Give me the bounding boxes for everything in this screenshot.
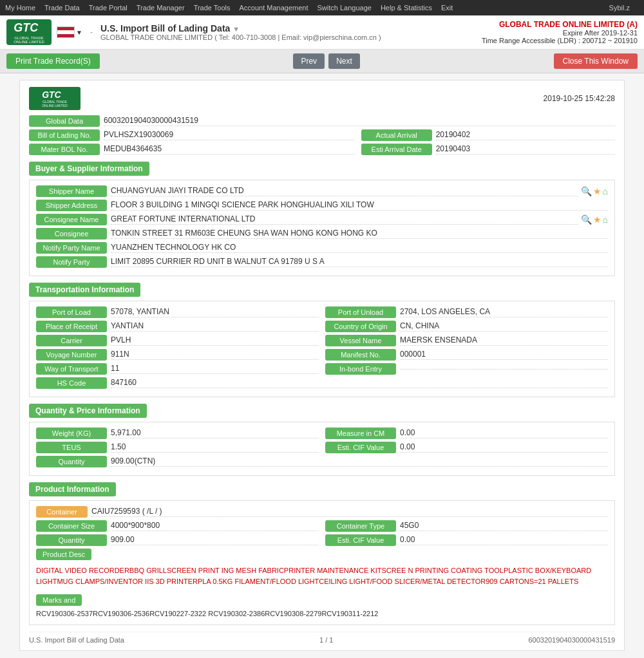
shipper-address-value: FLOOR 3 BUILDING 1 MINGQI SCIENCE PARK H… <box>111 200 608 211</box>
transportation-box: Port of Load 57078, YANTIAN Port of Unlo… <box>29 301 615 397</box>
vessel-name-value: MAERSK ENSENADA <box>400 335 608 346</box>
company-logo: GTC GLOBAL TRADEONLINE LIMITED <box>6 19 52 45</box>
port-unload-label: Port of Unload <box>325 306 396 318</box>
hs-code-row: HS Code 847160 <box>36 377 608 389</box>
record-logo-text: GTC <box>42 89 68 100</box>
way-transport-label: Way of Transport <box>36 363 107 375</box>
nav-switch-language[interactable]: Switch Language <box>317 4 372 12</box>
product-quantity-row: Quantity 909.00 Esti. CIF Value 0.00 <box>36 534 608 546</box>
product-desc-area: Product Desc DIGITAL VIDEO RECORDERBBQ G… <box>36 549 608 589</box>
record-card: GTC GLOBAL TRADEONLINE LIMITED 2019-10-2… <box>19 80 625 651</box>
in-bond-value <box>400 368 608 370</box>
title-dropdown-icon[interactable]: ▼ <box>232 25 240 33</box>
quantity-value: 909.00(CTN) <box>111 456 608 467</box>
product-info-section: Product Information Container CAIU725959… <box>29 482 615 625</box>
container-size-row: Container Size 4000*900*800 Container Ty… <box>36 520 608 532</box>
next-top-button[interactable]: Next <box>328 53 360 69</box>
esti-arrival-label: Esti Arrival Date <box>361 144 432 155</box>
consignee-star-icon[interactable]: ★ <box>593 214 601 225</box>
top-navigation: My Home Trade Data Trade Portal Trade Ma… <box>0 0 644 15</box>
place-receipt-row: Place of Receipt YANTIAN Country of Orig… <box>36 321 608 332</box>
esti-cif-value: 0.00 <box>400 442 608 453</box>
record-footer-page: 1 / 1 <box>319 636 333 644</box>
vessel-name-label: Vessel Name <box>325 335 396 346</box>
esti-cif-label: Esti. CIF Value <box>325 442 396 453</box>
teus-row: TEUS 1.50 Esti. CIF Value 0.00 <box>36 442 608 453</box>
prev-top-button[interactable]: Prev <box>293 53 325 69</box>
logo-area: GTC GLOBAL TRADEONLINE LIMITED ▼ - U.S. … <box>6 19 381 45</box>
carrier-row: Carrier PVLH Vessel Name MAERSK ENSENADA <box>36 335 608 346</box>
record-timestamp: 2019-10-25 15:42:28 <box>544 94 615 103</box>
bol-row: Bill of Lading No. PVLHSZX19030069 Actua… <box>29 129 615 141</box>
company-name: GLOBAL TRADE ONLINE LIMITED (A) <box>482 20 638 29</box>
notify-party-row: Notify Party LIMIT 20895 CURRIER RD UNIT… <box>36 256 608 268</box>
record-logo: GTC GLOBAL TRADEONLINE LIMITED <box>29 87 80 110</box>
way-transport-row: Way of Transport 11 In-bond Entry <box>36 363 608 375</box>
master-bol-label: Mater BOL No. <box>29 144 100 155</box>
master-bol-row: Mater BOL No. MEDUB4364635 Esti Arrival … <box>29 144 615 155</box>
container-size-value: 4000*900*800 <box>111 521 319 531</box>
page-subtitle: GLOBAL TRADE ONLINE LIMITED ( Tel: 400-7… <box>100 33 381 41</box>
bol-label: Bill of Lading No. <box>29 129 100 141</box>
quantity-row: Quantity 909.00(CTN) <box>36 456 608 467</box>
carrier-value: PVLH <box>111 335 319 346</box>
nav-trade-data[interactable]: Trade Data <box>44 4 80 12</box>
marks-label: Marks and <box>36 594 82 606</box>
close-top-button[interactable]: Close This Window <box>554 53 638 69</box>
product-desc-label: Product Desc <box>36 549 91 560</box>
nav-trade-portal[interactable]: Trade Portal <box>89 4 128 12</box>
country-origin-label: Country of Origin <box>325 321 396 332</box>
esti-arrival-value: 20190403 <box>436 144 615 155</box>
shipper-address-row: Shipper Address FLOOR 3 BUILDING 1 MINGQ… <box>36 200 608 211</box>
place-receipt-value: YANTIAN <box>111 321 319 332</box>
nav-account-management[interactable]: Account Management <box>240 4 308 12</box>
qty-price-box: Weight (KG) 5,971.00 Measure in CM 0.00 … <box>29 422 615 476</box>
record-logo-sub: GLOBAL TRADEONLINE LIMITED <box>42 100 68 108</box>
main-content: GTC GLOBAL TRADEONLINE LIMITED 2019-10-2… <box>0 73 644 658</box>
shipper-star-icon[interactable]: ★ <box>593 186 601 196</box>
global-data-value: 6003201904030000431519 <box>104 116 615 126</box>
logo-sub: GLOBAL TRADEONLINE LIMITED <box>14 36 44 44</box>
marks-area: Marks and RCV190306-2537RCV190306-2536RC… <box>36 592 608 619</box>
us-flag <box>57 26 75 38</box>
transportation-header: Transportation Information <box>29 283 140 297</box>
way-transport-value: 11 <box>111 364 319 374</box>
container-value: CAIU7259593 ( /L / ) <box>91 507 608 517</box>
notify-party-name-row: Notify Party Name YUANZHEN TECHNOLOGY HK… <box>36 242 608 254</box>
nav-trade-manager[interactable]: Trade Manager <box>137 4 185 12</box>
nav-trade-tools[interactable]: Trade Tools <box>194 4 231 12</box>
weight-row: Weight (KG) 5,971.00 Measure in CM 0.00 <box>36 428 608 439</box>
top-toolbar: Print Trade Record(S) Prev Next Close Th… <box>0 50 644 73</box>
consignee-name-row: Consignee Name GREAT FORTUNE INTERNATION… <box>36 214 608 225</box>
port-unload-value: 2704, LOS ANGELES, CA <box>400 307 608 317</box>
logo-text: GTC <box>14 21 44 35</box>
nav-help-statistics[interactable]: Help & Statistics <box>381 4 432 12</box>
buyer-supplier-header: Buyer & Supplier Information <box>29 162 149 176</box>
nav-my-home[interactable]: My Home <box>5 4 35 12</box>
hs-code-value: 847160 <box>111 378 608 388</box>
shipper-search-icon[interactable]: 🔍 <box>581 186 592 196</box>
nav-user: Sybil.z <box>609 4 630 12</box>
page-title-area: U.S. Import Bill of Lading Data ▼ GLOBAL… <box>100 23 381 41</box>
quantity-label: Quantity <box>36 456 107 467</box>
container-size-label: Container Size <box>36 520 107 532</box>
expire-info: Expire After 2019-12-31 <box>482 29 638 37</box>
nav-exit[interactable]: Exit <box>441 4 453 12</box>
print-top-button[interactable]: Print Trade Record(S) <box>6 53 100 69</box>
shipper-home-icon[interactable]: ⌂ <box>603 186 608 196</box>
shipper-name-row: Shipper Name CHUANGYUAN JIAYI TRADE CO L… <box>36 185 608 197</box>
time-range: Time Range Accessible (LDR) : 200712 ~ 2… <box>482 37 638 44</box>
notify-party-name-label: Notify Party Name <box>36 242 107 254</box>
consignee-search-icon[interactable]: 🔍 <box>581 214 592 225</box>
port-load-row: Port of Load 57078, YANTIAN Port of Unlo… <box>36 306 608 318</box>
actual-arrival-value: 20190402 <box>436 130 615 140</box>
bol-value: PVLHSZX19030069 <box>104 130 355 140</box>
consignee-value: TONKIN STREET 31 RM603E CHEUNG SHA WAN H… <box>111 229 608 239</box>
manifest-value: 000001 <box>400 350 608 360</box>
consignee-home-icon[interactable]: ⌂ <box>603 214 608 225</box>
carrier-label: Carrier <box>36 335 107 346</box>
flag-area: ▼ <box>57 26 82 38</box>
actual-arrival-label: Actual Arrival <box>361 129 432 141</box>
place-receipt-label: Place of Receipt <box>36 321 107 332</box>
flag-arrow[interactable]: ▼ <box>76 29 82 36</box>
